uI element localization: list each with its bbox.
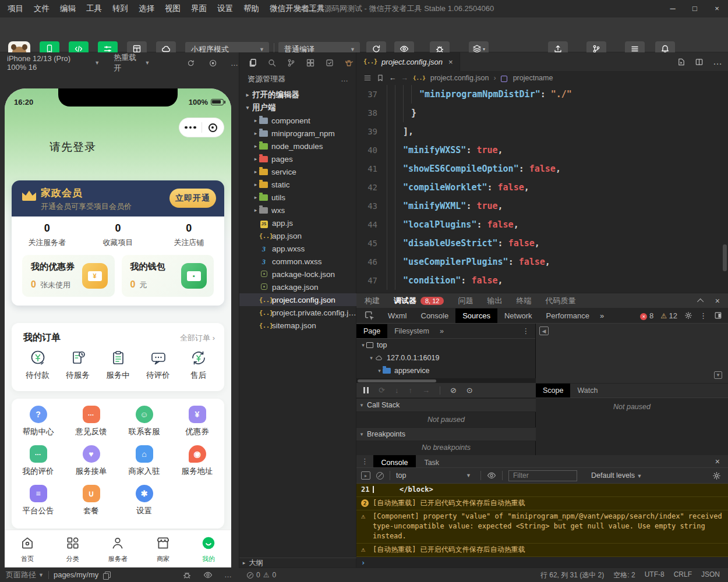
grid-item-服务地址[interactable]: ◉服务地址: [171, 445, 224, 484]
tree-item-common.wxss[interactable]: 3common.wxss: [239, 255, 357, 268]
order-item-待服务[interactable]: 待服务: [58, 349, 98, 381]
bug-icon[interactable]: [182, 570, 192, 580]
tree-item-app.js[interactable]: JSapp.js: [239, 217, 357, 229]
device-selector[interactable]: iPhone 12/13 (Pro) 100% 16: [7, 54, 91, 72]
tree-item-static[interactable]: ▸static: [239, 178, 357, 191]
more-tabs-icon[interactable]: »: [596, 311, 607, 320]
drawer-tab-终端[interactable]: 终端: [516, 296, 531, 306]
wallet-card-我的钱包[interactable]: 我的钱包0元▪: [122, 255, 214, 297]
dock-side-icon[interactable]: [714, 311, 722, 320]
pause-on-exceptions-icon[interactable]: ⊙: [467, 386, 473, 395]
step-icon[interactable]: →: [422, 386, 430, 395]
kebab-menu-icon[interactable]: ⋮: [356, 457, 373, 466]
more-actions-icon[interactable]: …: [713, 56, 722, 67]
menu-item-编辑[interactable]: 编辑: [55, 0, 81, 17]
bookmark-icon[interactable]: [376, 74, 384, 82]
grid-item-我的评价[interactable]: •••我的评价: [12, 445, 65, 484]
grid-item-服务接单[interactable]: ♥服务接单: [65, 445, 118, 484]
source-control-icon[interactable]: [287, 58, 296, 68]
drawer-tab-代码质量[interactable]: 代码质量: [545, 296, 575, 306]
tree-item-package.json[interactable]: package.json: [239, 281, 357, 293]
horizontal-scrollbar[interactable]: [356, 378, 536, 383]
all-orders-link[interactable]: 全部订单 ›: [180, 333, 215, 343]
tree-item-app.json[interactable]: {..}app.json: [239, 229, 357, 242]
inspect-element-icon[interactable]: [362, 310, 376, 321]
grid-item-意见反馈[interactable]: •••意见反馈: [65, 406, 118, 444]
grid-item-帮助中心[interactable]: ?帮助中心: [12, 406, 65, 444]
stat-关注店铺[interactable]: 0关注店铺: [153, 222, 224, 248]
tree-item-miniprogram_npm[interactable]: ▸miniprogram_npm: [239, 127, 357, 140]
console-filter-input[interactable]: [508, 470, 577, 481]
close-console-icon[interactable]: ×: [715, 457, 728, 466]
execution-context-dropdown[interactable]: top ▼: [396, 471, 475, 480]
grid-item-联系客服[interactable]: ☺联系客服: [118, 406, 171, 444]
stat-收藏项目[interactable]: 0收藏项目: [83, 222, 154, 248]
call-stack-header[interactable]: ▾Call Stack: [356, 398, 536, 412]
tree-item-node_modules[interactable]: ▸node_modules: [239, 140, 357, 152]
collapse-drawer-icon[interactable]: [697, 299, 704, 305]
encoding[interactable]: UTF-8: [645, 570, 665, 580]
outline-list-icon[interactable]: [363, 74, 372, 82]
editor-scrollbar[interactable]: [723, 244, 727, 271]
tab-我的[interactable]: 我的: [186, 530, 231, 567]
minimize-icon[interactable]: ─: [662, 0, 684, 17]
drawer-tab-输出[interactable]: 输出: [487, 296, 502, 306]
drawer-tab-问题[interactable]: 问题: [458, 296, 473, 306]
grid-item-平台公告[interactable]: ≡平台公告: [12, 485, 65, 523]
devtools-settings-gear-icon[interactable]: [684, 311, 692, 320]
nav-forward-icon[interactable]: →: [401, 74, 409, 82]
menu-item-工具[interactable]: 工具: [81, 0, 107, 17]
cursor-position[interactable]: 行 62, 列 31 (选中 2): [540, 570, 604, 580]
more-icon[interactable]: …: [224, 570, 232, 579]
tree-item-component[interactable]: ▸component: [239, 114, 357, 127]
console-tab-Console[interactable]: Console: [373, 455, 416, 467]
scope-tab-Scope[interactable]: Scope: [536, 384, 570, 398]
deactivate-breakpoints-icon[interactable]: ⊘: [450, 386, 457, 395]
stat-关注服务者[interactable]: 0关注服务者: [12, 222, 83, 248]
close-icon[interactable]: ×: [706, 0, 728, 17]
menu-item-转到[interactable]: 转到: [107, 0, 133, 17]
breadcrumb-symbol[interactable]: projectname: [513, 74, 553, 82]
capsule-close-icon[interactable]: [202, 123, 224, 132]
copy-path-icon[interactable]: [103, 572, 109, 579]
tab-分类[interactable]: 分类: [50, 530, 96, 567]
menu-item-界面[interactable]: 界面: [186, 0, 212, 17]
menu-item-帮助[interactable]: 帮助: [238, 0, 264, 17]
tree-section-open-editors[interactable]: ▸打开的编辑器: [239, 88, 357, 101]
menu-item-选择[interactable]: 选择: [133, 0, 160, 17]
indent-setting[interactable]: 空格: 2: [613, 570, 635, 580]
sources-tab-Filesystem[interactable]: Filesystem: [387, 324, 436, 338]
tree-item-sitemap.json[interactable]: {..}sitemap.json: [239, 319, 357, 332]
scope-tab-Watch[interactable]: Watch: [570, 384, 605, 398]
kebab-menu-icon[interactable]: ⋮: [699, 311, 707, 320]
show-sidebar-icon[interactable]: ▸: [361, 471, 370, 480]
tab-商家[interactable]: 商家: [140, 530, 186, 567]
order-item-待评价[interactable]: 待评价: [138, 349, 178, 381]
log-levels-dropdown[interactable]: Default levels ▼: [591, 471, 642, 480]
tree-section-root[interactable]: ▾用户端: [239, 101, 357, 114]
login-prompt[interactable]: 请先登录: [50, 140, 96, 155]
rotate-icon[interactable]: [187, 59, 195, 68]
tree-item-utils[interactable]: ▸utils: [239, 191, 357, 204]
console-prompt[interactable]: ›: [356, 557, 728, 567]
tree-item-wxs[interactable]: ▸wxs: [239, 204, 357, 217]
more-icon[interactable]: …: [341, 72, 349, 86]
order-item-售后[interactable]: 售后: [178, 349, 218, 381]
tree-item-package-lock.json[interactable]: package-lock.json: [239, 268, 357, 281]
devtools-tab-Performance[interactable]: Performance: [539, 308, 596, 323]
close-drawer-icon[interactable]: ×: [715, 296, 720, 306]
step-over-icon[interactable]: ⟳: [379, 386, 385, 395]
breakpoints-header[interactable]: ▾Breakpoints: [356, 427, 536, 441]
search-icon[interactable]: [267, 58, 277, 68]
kebab-menu-icon[interactable]: ⋮: [522, 327, 536, 335]
more-icon[interactable]: …: [231, 59, 239, 68]
devtools-tab-Console[interactable]: Console: [414, 308, 456, 323]
nav-back-icon[interactable]: ←: [389, 74, 397, 82]
code-editor[interactable]: 37"miniprogramNpmDistDir": "./"38}39],40…: [356, 85, 728, 293]
expand-bottom-icon[interactable]: ▼: [714, 371, 722, 379]
tree-item-project.config.json[interactable]: {..}project.config.json: [239, 293, 357, 306]
live-expression-eye-icon[interactable]: [487, 471, 496, 480]
sources-tab-Page[interactable]: Page: [356, 324, 387, 338]
sources-tree-appservice[interactable]: ▾appservice: [356, 364, 535, 377]
hot-reload-toggle[interactable]: 热重载 开: [114, 52, 142, 73]
